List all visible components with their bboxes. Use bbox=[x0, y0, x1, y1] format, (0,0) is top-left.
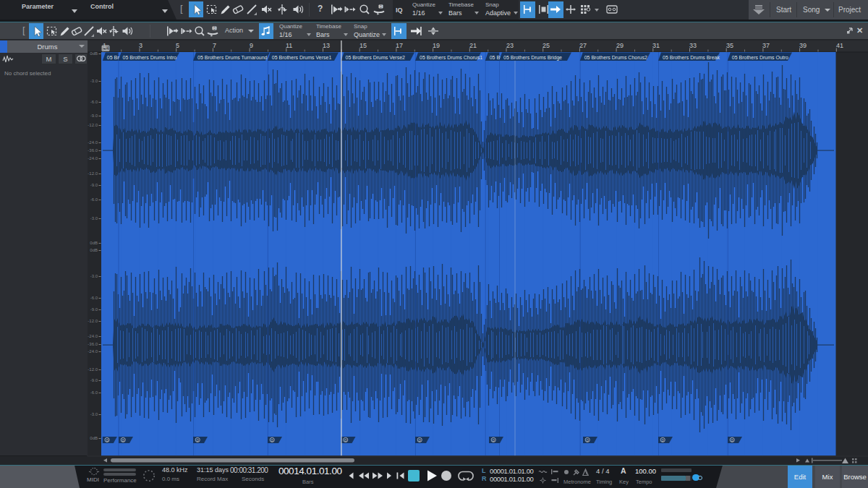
svg-text:0dB: 0dB bbox=[90, 248, 98, 252]
svg-text:0: 0 bbox=[197, 438, 199, 442]
svg-text:0: 0 bbox=[106, 438, 108, 442]
svg-text:-24.0: -24.0 bbox=[88, 349, 98, 354]
svg-text:-24.0: -24.0 bbox=[88, 334, 98, 338]
svg-text:05 Brothers Drums Turnaround: 05 Brothers Drums Turnaround bbox=[197, 55, 268, 60]
svg-text:0: 0 bbox=[662, 438, 664, 442]
svg-text:35: 35 bbox=[726, 42, 733, 49]
svg-text:-36.0: -36.0 bbox=[88, 342, 98, 346]
svg-text:-6.0: -6.0 bbox=[90, 390, 98, 395]
svg-text:05 Brothers Drums Chorus2: 05 Brothers Drums Chorus2 bbox=[584, 55, 647, 60]
svg-text:05 Brothers Drums Verse1: 05 Brothers Drums Verse1 bbox=[272, 55, 332, 60]
svg-text:05 Brothers Drums Outro: 05 Brothers Drums Outro bbox=[732, 55, 788, 60]
svg-text:-6.0: -6.0 bbox=[90, 296, 98, 300]
svg-text:0: 0 bbox=[271, 438, 273, 442]
svg-text:0dB: 0dB bbox=[90, 436, 98, 440]
svg-text:-9.0: -9.0 bbox=[90, 378, 98, 382]
svg-text:05 Brothers Drums Intro: 05 Brothers Drums Intro bbox=[123, 55, 177, 60]
svg-text:-24.0: -24.0 bbox=[88, 140, 98, 145]
svg-text:19: 19 bbox=[433, 42, 440, 49]
svg-text:-9.0: -9.0 bbox=[90, 307, 98, 312]
svg-text:-6.0: -6.0 bbox=[90, 197, 98, 202]
svg-text:-12.0: -12.0 bbox=[88, 123, 98, 127]
svg-text:-3.0: -3.0 bbox=[90, 274, 98, 278]
svg-text:0: 0 bbox=[731, 438, 733, 442]
svg-text:15: 15 bbox=[359, 42, 367, 49]
svg-text:0dB: 0dB bbox=[90, 51, 98, 56]
svg-text:0: 0 bbox=[493, 438, 495, 442]
svg-text:39: 39 bbox=[799, 42, 807, 49]
svg-text:-36.0: -36.0 bbox=[88, 148, 98, 153]
svg-text:11: 11 bbox=[286, 42, 292, 49]
svg-text:23: 23 bbox=[506, 42, 514, 49]
svg-text:05 Brothers Drums Chorus1: 05 Brothers Drums Chorus1 bbox=[420, 55, 482, 60]
svg-text:9: 9 bbox=[250, 42, 253, 49]
svg-text:29: 29 bbox=[616, 42, 624, 49]
svg-text:-9.0: -9.0 bbox=[90, 114, 98, 118]
svg-text:-9.0: -9.0 bbox=[90, 183, 98, 187]
svg-text:-3.0: -3.0 bbox=[90, 216, 98, 221]
svg-text:-12.0: -12.0 bbox=[88, 171, 98, 176]
svg-text:-12.0: -12.0 bbox=[88, 367, 98, 372]
svg-text:-12.0: -12.0 bbox=[88, 319, 98, 323]
svg-text:37: 37 bbox=[762, 42, 770, 49]
svg-text:-24.0: -24.0 bbox=[88, 156, 98, 160]
svg-text:41: 41 bbox=[836, 42, 843, 49]
svg-text:0: 0 bbox=[122, 438, 124, 442]
svg-text:31: 31 bbox=[652, 42, 660, 49]
svg-text:25: 25 bbox=[542, 42, 550, 49]
svg-text:0: 0 bbox=[419, 438, 421, 442]
svg-text:0dB: 0dB bbox=[90, 241, 98, 245]
svg-text:21: 21 bbox=[469, 42, 477, 49]
svg-text:05 Brothers Drums Verse2: 05 Brothers Drums Verse2 bbox=[346, 55, 406, 60]
svg-text:17: 17 bbox=[396, 42, 403, 49]
svg-text:0: 0 bbox=[344, 438, 346, 442]
svg-text:13: 13 bbox=[323, 42, 330, 49]
svg-text:-3.0: -3.0 bbox=[90, 412, 98, 416]
svg-text:-6.0: -6.0 bbox=[90, 100, 98, 104]
svg-text:05 Brothers Drums Break: 05 Brothers Drums Break bbox=[663, 55, 720, 60]
svg-text:05 Brothers Drums Bridge: 05 Brothers Drums Bridge bbox=[503, 55, 562, 61]
svg-text:-3.0: -3.0 bbox=[90, 79, 98, 83]
svg-text:0: 0 bbox=[587, 438, 589, 442]
svg-text:27: 27 bbox=[579, 42, 587, 49]
svg-text:33: 33 bbox=[689, 42, 697, 49]
